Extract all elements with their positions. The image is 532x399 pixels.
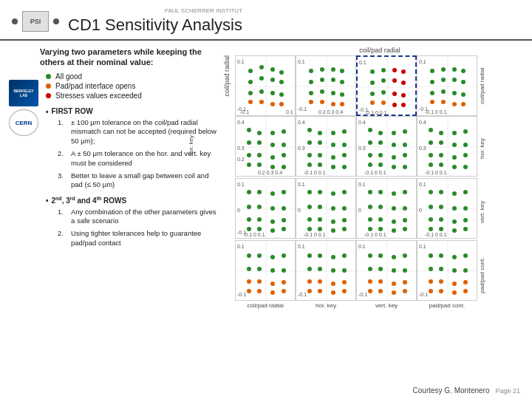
svg-point-130 [368,128,372,132]
scatter-plot-r4c1: 0.1 -0.1 -0.1 0 0.1 [235,240,296,301]
svg-point-305 [392,268,396,273]
cern-logo: CERN [9,109,38,136]
svg-point-222 [403,206,407,211]
svg-point-200 [331,206,335,211]
svg-point-218 [403,190,407,194]
svg-text:0.2 0.3 0.4: 0.2 0.3 0.4 [258,170,282,175]
svg-point-224 [378,217,383,222]
svg-point-195 [318,190,322,194]
scatter-plot-r4c2: 0.1 -0.1 -0.1 0 0.1 [296,240,356,301]
svg-point-59 [392,103,397,107]
svg-point-260 [282,253,286,258]
svg-point-246 [452,219,457,224]
svg-point-186 [270,228,275,233]
svg-point-239 [463,190,468,194]
side-axis-label-coil: coil/pad radial [223,55,235,104]
svg-point-133 [403,129,407,134]
second-row-text-2: Using tighter tolerances help to guarant… [71,229,217,248]
svg-point-75 [441,89,446,94]
svg-text:-0.1  0  0.1: -0.1 0 0.1 [304,232,326,237]
legend-dot-orange [46,83,51,89]
svg-point-2 [248,69,253,73]
svg-point-270 [257,289,262,293]
svg-point-53 [370,92,375,96]
svg-point-51 [392,78,397,83]
svg-point-249 [439,227,443,231]
svg-point-206 [307,227,312,231]
svg-point-182 [270,219,275,224]
svg-point-141 [403,153,407,157]
svg-text:0.4: 0.4 [237,120,245,125]
svg-point-283 [318,267,322,271]
svg-point-99 [247,163,251,167]
svg-point-179 [282,206,286,211]
svg-point-100 [257,163,262,167]
svg-point-37 [320,100,324,104]
logo-dot-right [53,18,59,24]
svg-text:-0.1: -0.1 [419,292,428,297]
svg-point-58 [381,100,386,105]
svg-point-145 [403,165,407,169]
svg-text:0: 0 [419,208,422,213]
svg-point-119 [331,155,335,160]
svg-point-155 [429,140,433,145]
svg-point-132 [392,131,396,135]
svg-point-303 [368,267,372,271]
svg-point-250 [452,228,457,233]
svg-point-331 [463,280,468,284]
svg-point-67 [441,67,446,72]
legend: All good Pad/pad interface opens Stresse… [46,72,217,100]
svg-point-68 [452,67,457,72]
svg-point-225 [392,219,396,224]
svg-point-207 [318,227,322,231]
svg-point-163 [429,163,433,167]
svg-point-78 [430,100,434,104]
svg-point-327 [463,268,468,273]
scatter-plot-r2c4: 0.4 0.3 -0.1 0 0.1 [417,116,477,177]
svg-point-243 [463,206,468,211]
svg-text:0.3: 0.3 [358,146,366,151]
svg-point-151 [429,128,433,132]
svg-point-154 [463,129,468,134]
svg-point-135 [378,140,383,145]
svg-text:0.1: 0.1 [419,182,426,187]
svg-point-139 [378,153,383,157]
svg-point-196 [331,191,335,196]
svg-text:0.1: 0.1 [298,59,305,64]
svg-point-9 [279,80,284,84]
svg-point-74 [430,91,434,95]
svg-point-90 [282,129,286,134]
svg-point-202 [307,217,312,222]
svg-point-39 [340,102,344,106]
svg-text:0.3: 0.3 [237,146,245,151]
svg-point-115 [331,143,335,147]
berkeley-logo: BERKELEYLAB [9,80,38,106]
svg-text:0.2 0.3 0.4: 0.2 0.3 0.4 [318,109,343,115]
svg-point-290 [307,289,312,293]
bullet-dot-1: • [46,108,49,116]
svg-point-324 [429,267,433,271]
logo-dot-left [12,18,18,24]
svg-point-203 [318,217,322,222]
svg-point-47 [392,68,397,72]
svg-point-137 [403,143,407,147]
left-panel: Varying two parameters while keeping the… [9,47,223,395]
svg-point-173 [257,190,262,194]
svg-point-34 [331,91,335,95]
svg-point-11 [259,89,264,94]
svg-point-328 [429,279,433,284]
svg-text:0.1: 0.1 [358,244,366,249]
svg-text:-0.1  0  0.1: -0.1 0 0.1 [364,170,386,175]
svg-point-17 [279,102,284,106]
svg-point-60 [401,103,406,107]
svg-text:-0.1  0  0.1: -0.1 0 0.1 [425,109,447,115]
svg-point-237 [439,190,443,194]
svg-point-304 [378,267,383,271]
legend-dot-red [46,93,51,98]
svg-point-223 [368,217,372,222]
svg-text:0.1: 0.1 [298,182,305,187]
legend-item-good: All good [46,72,217,81]
svg-point-165 [452,165,457,169]
svg-point-174 [270,191,275,196]
svg-point-98 [282,153,286,157]
